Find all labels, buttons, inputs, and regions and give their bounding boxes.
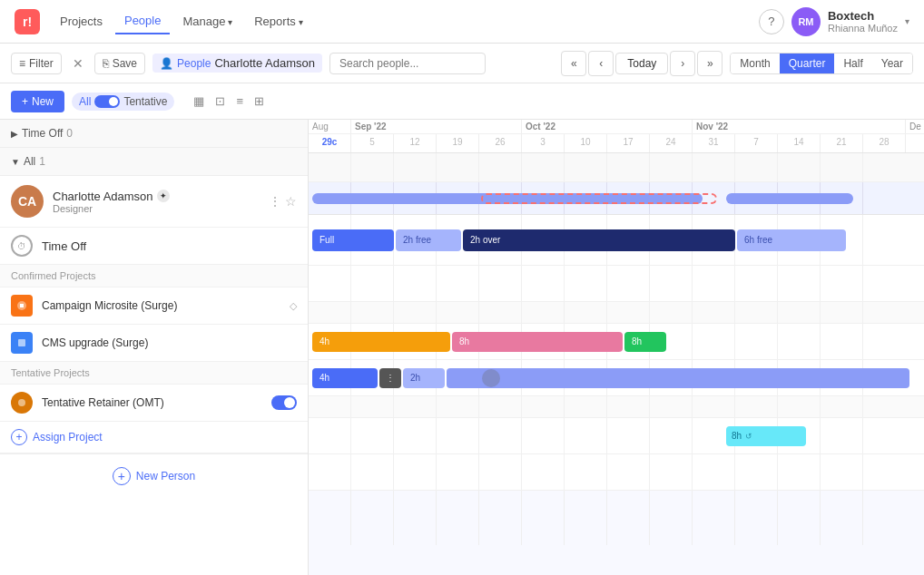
company-chevron[interactable]: ▾ bbox=[905, 16, 909, 26]
gantt-panel[interactable]: Aug Sep '22 Oct '22 Nov '22 De 29c 5 12 … bbox=[309, 120, 924, 575]
project-name-tentative: Tentative Retainer (OMT) bbox=[42, 396, 271, 409]
project-name-campaign: Campaign Microsite (Surge) bbox=[42, 299, 290, 312]
new-person-button[interactable]: + New Person bbox=[0, 453, 308, 498]
plus-icon: + bbox=[22, 95, 28, 108]
company-name: Boxtech bbox=[828, 9, 898, 23]
person-role: Designer bbox=[53, 203, 269, 214]
toggle-view-button[interactable]: ⊡ bbox=[211, 92, 230, 111]
month-nov: Nov '22 bbox=[693, 120, 906, 133]
day-14: 14 bbox=[778, 134, 821, 152]
nav-next-next-button[interactable]: » bbox=[697, 51, 722, 76]
view-half[interactable]: Half bbox=[834, 54, 871, 73]
clock-icon: ⏱ bbox=[11, 235, 33, 257]
month-oct: Oct '22 bbox=[522, 120, 693, 133]
nav-reports[interactable]: Reports bbox=[245, 9, 311, 34]
app-logo[interactable]: r! bbox=[15, 9, 40, 34]
company-info: Boxtech Rhianna Muñoz bbox=[828, 9, 898, 34]
avatar[interactable]: RM bbox=[791, 7, 821, 36]
day-numbers-row: 29c 5 12 19 26 3 10 17 24 31 7 14 21 28 bbox=[309, 134, 924, 152]
project-row-tentative: Tentative Retainer (OMT) bbox=[0, 385, 308, 422]
top-nav: r! Projects People Manage Reports ? RM B… bbox=[0, 0, 924, 44]
gantt-body: Full 2h free 2h over 6h free bbox=[309, 153, 924, 545]
nav-controls: « ‹ Today › » bbox=[561, 51, 722, 76]
project-icon-campaign bbox=[11, 295, 33, 317]
tentative-toggle[interactable] bbox=[94, 95, 120, 108]
svg-rect-2 bbox=[18, 339, 25, 346]
new-person-label: New Person bbox=[136, 470, 195, 482]
gantt-all-row bbox=[309, 182, 924, 215]
month-dec: De bbox=[906, 120, 924, 133]
main-area: ▶ Time Off 0 ▼ All 1 CA Charlotte Adamso… bbox=[0, 120, 924, 575]
clear-button[interactable]: ✕ bbox=[69, 54, 87, 73]
gantt-time-off-row bbox=[309, 153, 924, 182]
time-off-row: ⏱ Time Off bbox=[0, 228, 308, 265]
day-19: 19 bbox=[437, 134, 479, 152]
project-icon-cms bbox=[11, 332, 33, 354]
gantt-confirmed-header-row bbox=[309, 302, 924, 324]
all-section-header[interactable]: ▼ All 1 bbox=[0, 148, 308, 176]
person-info: Charlotte Adamson ✦ Designer bbox=[53, 190, 269, 214]
nav-prev-button[interactable]: ‹ bbox=[588, 51, 614, 76]
project-icon-tentative bbox=[11, 392, 33, 414]
more-icon[interactable]: ⋮ bbox=[269, 194, 281, 209]
split-view-button[interactable]: ⊞ bbox=[250, 92, 269, 111]
nav-right: ? RM Boxtech Rhianna Muñoz ▾ bbox=[759, 7, 909, 36]
day-31: 31 bbox=[693, 134, 735, 152]
filter-button[interactable]: ≡ Filter bbox=[11, 53, 62, 74]
day-10: 10 bbox=[565, 134, 607, 152]
save-label: Save bbox=[113, 57, 137, 70]
gantt-cms-row: 4h ⋮ 2h bbox=[309, 360, 924, 396]
day-29: 29c bbox=[309, 134, 351, 152]
view-icon-group: ▦ ⊡ ≡ ⊞ bbox=[189, 92, 269, 111]
day-28: 28 bbox=[863, 134, 906, 152]
day-5: 5 bbox=[351, 134, 394, 152]
filter-label: Filter bbox=[29, 57, 54, 70]
person-actions: ⋮ ☆ bbox=[269, 194, 297, 209]
selected-person-name: Charlotte Adamson bbox=[214, 56, 315, 70]
people-icon: 👤 bbox=[160, 57, 173, 70]
list-view-button[interactable]: ≡ bbox=[231, 92, 248, 111]
save-button[interactable]: ⎘ Save bbox=[94, 53, 145, 74]
person-verified-badge: ✦ bbox=[157, 190, 170, 202]
tentative-project-toggle[interactable] bbox=[271, 395, 297, 410]
new-button[interactable]: + New bbox=[11, 91, 64, 112]
month-labels-row: Aug Sep '22 Oct '22 Nov '22 De bbox=[309, 120, 924, 134]
all-count: 1 bbox=[39, 155, 45, 168]
toggle-all-label: All bbox=[79, 95, 91, 108]
people-badge: 👤 People Charlotte Adamson bbox=[152, 54, 322, 73]
today-button[interactable]: Today bbox=[615, 53, 668, 74]
nav-people[interactable]: People bbox=[115, 8, 170, 34]
time-off-row-label: Time Off bbox=[42, 239, 86, 253]
gantt-person-row: Full 2h free 2h over 6h free bbox=[309, 215, 924, 266]
view-quarter[interactable]: Quarter bbox=[780, 54, 835, 73]
new-label: New bbox=[32, 95, 54, 108]
month-sep: Sep '22 bbox=[351, 120, 522, 133]
nav-manage[interactable]: Manage bbox=[173, 9, 241, 34]
view-year[interactable]: Year bbox=[872, 54, 912, 73]
bar-chart-view-button[interactable]: ▦ bbox=[189, 92, 209, 111]
search-input[interactable] bbox=[329, 53, 486, 74]
toggle-label: Tentative bbox=[123, 95, 167, 108]
save-icon: ⎘ bbox=[103, 57, 109, 70]
nav-prev-prev-button[interactable]: « bbox=[561, 51, 586, 76]
star-icon[interactable]: ☆ bbox=[285, 194, 297, 209]
nav-projects[interactable]: Projects bbox=[51, 9, 112, 34]
svg-point-3 bbox=[18, 399, 25, 406]
assign-label: Assign Project bbox=[33, 431, 103, 443]
view-month[interactable]: Month bbox=[731, 54, 779, 73]
gantt-tentative-header-row bbox=[309, 396, 924, 418]
time-off-section-header[interactable]: ▶ Time Off 0 bbox=[0, 120, 308, 148]
project-row-campaign: Campaign Microsite (Surge) ◇ bbox=[0, 288, 308, 325]
gantt-empty-bottom bbox=[309, 491, 924, 545]
assign-project-button[interactable]: + Assign Project bbox=[0, 422, 308, 453]
people-badge-label: People bbox=[177, 57, 211, 70]
toggle-group: All Tentative bbox=[72, 93, 174, 111]
assign-plus-icon: + bbox=[11, 429, 27, 445]
toolbar: ≡ Filter ✕ ⎘ Save 👤 People Charlotte Ada… bbox=[0, 44, 924, 83]
person-name: Charlotte Adamson bbox=[53, 190, 153, 203]
help-button[interactable]: ? bbox=[759, 9, 784, 34]
nav-next-button[interactable]: › bbox=[670, 51, 695, 76]
day-7: 7 bbox=[735, 134, 778, 152]
action-bar: + New All Tentative ▦ ⊡ ≡ ⊞ bbox=[0, 83, 924, 120]
day-24: 24 bbox=[650, 134, 693, 152]
